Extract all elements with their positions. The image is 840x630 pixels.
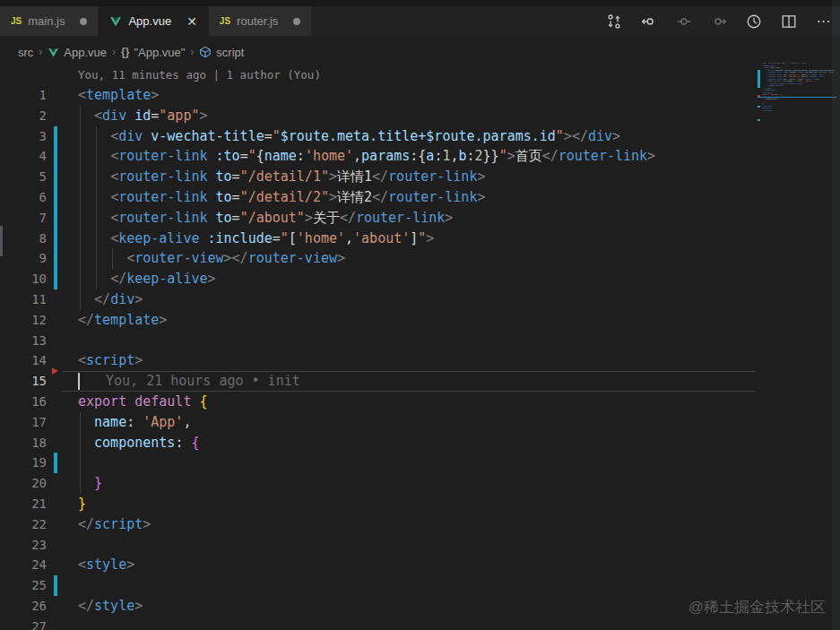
tab-strip: JS main.js App.vue ✕ JS router.js	[0, 6, 312, 36]
code-line[interactable]: 3 <div v-wechat-title="$route.meta.title…	[0, 126, 840, 147]
more-actions-icon[interactable]: ⋯	[815, 13, 833, 30]
line-number: 4	[0, 146, 47, 167]
code-line[interactable]: 13	[0, 331, 840, 351]
code-text: <router-link :to="{name:'home',params:{a…	[78, 146, 655, 167]
next-change-icon[interactable]	[710, 13, 728, 30]
code-line[interactable]: 18 components: {	[0, 433, 840, 453]
line-number: 15	[0, 371, 47, 392]
gutter-modified-indicator	[54, 269, 57, 289]
code-line[interactable]: 7 <router-link to="/about">关于</router-li…	[0, 208, 840, 229]
code-text: <div id="app">	[78, 106, 208, 126]
code-text: <router-view></router-view>	[78, 248, 345, 269]
line-number: 9	[0, 248, 47, 269]
gutter-modified-indicator	[54, 126, 57, 147]
line-number: 23	[0, 535, 47, 556]
code-line[interactable]: 4 <router-link :to="{name:'home',params:…	[0, 146, 840, 167]
js-icon: JS	[220, 16, 230, 26]
line-number: 25	[0, 575, 47, 596]
line-number: 19	[0, 453, 47, 473]
gitlens-codelens[interactable]: You, 11 minutes ago | 1 author (You)	[78, 68, 321, 82]
minimap-current-line	[758, 97, 836, 99]
modified-dot-icon[interactable]	[80, 18, 87, 25]
code-line[interactable]: 14<script>	[0, 350, 840, 371]
line-number: 22	[0, 514, 47, 535]
code-editor[interactable]: You, 11 minutes ago | 1 author (You) 1<t…	[0, 36, 840, 630]
code-line[interactable]: 17 name: 'App',	[0, 412, 840, 433]
code-line[interactable]: 2 <div id="app">	[0, 106, 840, 126]
tab-label: App.vue	[128, 14, 171, 28]
indent-guide	[96, 126, 97, 289]
tab-bar: JS main.js App.vue ✕ JS router.js	[0, 0, 840, 36]
code-line[interactable]: 19	[0, 453, 840, 473]
code-text: </script>	[78, 514, 151, 535]
code-line[interactable]: 21}	[0, 494, 840, 514]
line-number: 10	[0, 269, 47, 289]
code-text: }	[78, 473, 102, 494]
change-disabled-icon[interactable]	[675, 13, 693, 30]
editor-scrollbar[interactable]	[832, 0, 840, 630]
code-line[interactable]: 1<template>	[0, 85, 840, 106]
gutter-modified-indicator	[54, 146, 57, 167]
sash-handle[interactable]	[0, 226, 3, 256]
close-icon[interactable]: ✕	[186, 15, 197, 28]
code-text: <router-link to="/detail/1">详情1</router-…	[78, 167, 485, 187]
code-line[interactable]: 22</script>	[0, 514, 840, 535]
code-text: <router-link to="/detail/2">详情2</router-…	[78, 187, 485, 208]
code-text: }	[78, 494, 86, 514]
code-line[interactable]: 9 <router-view></router-view>	[0, 248, 840, 269]
gutter-modified-indicator	[54, 167, 57, 187]
tab-router-js[interactable]: JS router.js	[209, 6, 311, 36]
gutter-modified-indicator	[54, 575, 57, 596]
modified-dot-icon[interactable]	[293, 18, 300, 25]
line-number: 5	[0, 167, 47, 187]
code-text: <router-link to="/about">关于</router-link…	[78, 208, 453, 229]
vue-icon	[109, 15, 122, 28]
indent-guide	[80, 412, 81, 494]
code-line[interactable]: 10 </keep-alive>	[0, 269, 840, 289]
code-line[interactable]: 27	[0, 617, 840, 630]
gutter-modified-indicator	[54, 229, 57, 249]
compare-changes-icon[interactable]	[605, 13, 623, 30]
code-line[interactable]: 11 </div>	[0, 289, 840, 310]
line-number: 3	[0, 126, 47, 147]
js-icon: JS	[11, 16, 22, 26]
line-number: 20	[0, 473, 47, 494]
tab-label: router.js	[237, 14, 278, 28]
vscode-window: JS main.js App.vue ✕ JS router.js	[0, 0, 840, 630]
line-number: 24	[0, 555, 47, 575]
code-line[interactable]: 16export default {	[0, 392, 840, 412]
line-number: 16	[0, 392, 47, 412]
code-line[interactable]: 23	[0, 535, 840, 556]
previous-change-icon[interactable]	[640, 13, 658, 30]
code-line[interactable]: 15You, 21 hours ago • init	[0, 371, 840, 392]
line-number: 11	[0, 289, 47, 310]
code-line[interactable]: 8 <keep-alive :include="['home','about']…	[0, 229, 840, 249]
line-number: 21	[0, 494, 47, 514]
text-cursor	[78, 373, 80, 390]
line-number: 17	[0, 412, 47, 433]
editor-actions: ⋯	[605, 6, 833, 36]
code-line[interactable]: 12</template>	[0, 310, 840, 331]
code-text: <div v-wechat-title="$route.meta.title+$…	[78, 126, 620, 147]
code-text: </keep-alive>	[78, 269, 216, 289]
timeline-history-icon[interactable]	[745, 13, 763, 30]
code-line[interactable]: 5 <router-link to="/detail/1">详情1</route…	[0, 167, 840, 187]
code-text: components: {	[78, 433, 199, 453]
indent-guide	[112, 248, 113, 269]
code-line[interactable]: 6 <router-link to="/detail/2">详情2</route…	[0, 187, 840, 208]
tab-main-js[interactable]: JS main.js	[0, 6, 98, 36]
split-editor-icon[interactable]	[780, 13, 798, 30]
tab-app-vue[interactable]: App.vue ✕	[99, 6, 207, 36]
line-number: 2	[0, 106, 47, 126]
line-number: 13	[0, 331, 47, 351]
code-line[interactable]: 24<style>	[0, 555, 840, 575]
code-text: <style>	[78, 555, 134, 575]
gitlens-inline-blame: You, 21 hours ago • init	[106, 371, 300, 392]
code-line[interactable]: 25	[0, 575, 840, 596]
code-line[interactable]: 20 }	[0, 473, 840, 494]
line-number: 8	[0, 229, 47, 249]
minimap[interactable]: You, 11 minutes ago | 1 author (You)<tem…	[758, 63, 834, 134]
gutter-modified-indicator	[54, 453, 57, 473]
tab-label: main.js	[28, 14, 65, 28]
gutter-modified-indicator	[54, 187, 57, 208]
